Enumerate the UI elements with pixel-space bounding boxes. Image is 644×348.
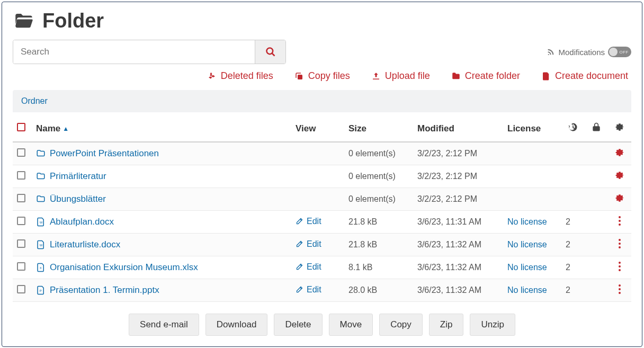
svg-point-14	[619, 269, 621, 271]
edit-link[interactable]: Edit	[296, 285, 321, 295]
license-link[interactable]: No license	[507, 263, 547, 272]
edit-link[interactable]: Edit	[296, 262, 321, 272]
footer-actions: Send e-mail Download Delete Move Copy Zi…	[13, 314, 631, 336]
file-name-link[interactable]: Primärliteratur	[50, 171, 106, 182]
svg-point-5	[619, 220, 621, 222]
svg-point-9	[619, 243, 621, 245]
page-header: Folder	[13, 10, 631, 32]
row-more-button[interactable]	[618, 219, 621, 228]
license-link[interactable]: No license	[507, 240, 547, 249]
recycle-icon	[207, 72, 217, 81]
file-icon: W	[36, 240, 46, 249]
copy-icon	[294, 72, 304, 81]
table-row: PowerPoint Präsentationen0 element(s)3/2…	[13, 142, 631, 165]
create-document-button[interactable]: Create document	[541, 70, 628, 82]
folder-icon	[36, 194, 46, 204]
svg-point-18	[619, 292, 621, 294]
gear-icon	[614, 193, 625, 203]
send-email-button[interactable]: Send e-mail	[129, 314, 199, 336]
row-checkbox[interactable]	[17, 262, 25, 271]
folder-icon	[36, 172, 46, 181]
modified-cell: 3/2/23, 2:12 PM	[413, 142, 503, 165]
file-icon: P	[36, 285, 46, 295]
row-more-button[interactable]	[618, 287, 621, 296]
svg-point-13	[619, 265, 621, 267]
copy-button[interactable]: Copy	[379, 314, 423, 336]
create-folder-button[interactable]: Create folder	[451, 70, 520, 82]
folder-open-icon	[13, 10, 35, 32]
svg-line-1	[272, 53, 274, 56]
svg-text:X: X	[40, 266, 42, 270]
svg-text:W: W	[40, 244, 43, 247]
row-checkbox[interactable]	[17, 285, 25, 293]
row-more-button[interactable]	[618, 242, 621, 251]
history-cell	[561, 165, 585, 188]
svg-point-6	[619, 224, 621, 226]
file-name-link[interactable]: PowerPoint Präsentationen	[50, 148, 159, 159]
row-checkbox[interactable]	[17, 171, 25, 180]
size-cell: 0 element(s)	[344, 165, 413, 188]
row-settings-button[interactable]	[614, 150, 625, 159]
gear-icon	[614, 170, 625, 181]
row-checkbox[interactable]	[17, 239, 25, 248]
edit-link[interactable]: Edit	[296, 239, 321, 249]
row-settings-button[interactable]	[614, 173, 625, 182]
history-cell: 2	[561, 279, 585, 302]
more-dots-icon	[618, 261, 621, 272]
size-cell: 21.8 kB	[344, 234, 413, 256]
table-row: WAblaufplan.docxEdit21.8 kB3/6/23, 11:31…	[13, 211, 631, 234]
col-header-license[interactable]: License	[503, 112, 561, 142]
svg-point-4	[619, 216, 621, 218]
breadcrumb[interactable]: Ordner	[13, 90, 631, 112]
upload-file-button[interactable]: Upload file	[371, 70, 430, 82]
row-checkbox[interactable]	[17, 148, 25, 157]
search-input[interactable]	[13, 40, 255, 64]
history-cell	[561, 188, 585, 211]
rss-icon	[547, 48, 555, 56]
modifications-toggle[interactable]: OFF	[608, 47, 631, 57]
size-cell: 21.8 kB	[344, 211, 413, 234]
copy-files-button[interactable]: Copy files	[294, 70, 350, 82]
row-settings-button[interactable]	[614, 196, 625, 205]
svg-point-0	[266, 48, 273, 55]
history-cell	[561, 142, 585, 165]
file-name-link[interactable]: Literaturliste.docx	[50, 239, 120, 250]
file-name-link[interactable]: Ablaufplan.docx	[50, 217, 114, 227]
download-button[interactable]: Download	[205, 314, 268, 336]
col-header-size[interactable]: Size	[344, 112, 413, 142]
svg-rect-2	[298, 75, 302, 79]
table-row: Übungsblätter0 element(s)3/2/23, 2:12 PM	[13, 188, 631, 211]
document-icon	[541, 72, 551, 81]
lock-icon	[591, 122, 602, 132]
move-button[interactable]: Move	[329, 314, 373, 336]
modifications-toggle-group: Modifications OFF	[547, 47, 631, 57]
deleted-files-button[interactable]: Deleted files	[207, 70, 273, 82]
more-dots-icon	[618, 238, 621, 249]
size-cell: 0 element(s)	[344, 142, 413, 165]
file-name-link[interactable]: Präsentation 1. Termin.pptx	[50, 285, 159, 296]
edit-link[interactable]: Edit	[296, 217, 321, 226]
col-header-name[interactable]: Name▲	[32, 112, 291, 142]
file-name-link[interactable]: Organisation Exkursion Museum.xlsx	[50, 262, 198, 273]
gear-icon	[614, 147, 625, 158]
row-checkbox[interactable]	[17, 194, 25, 202]
delete-button[interactable]: Delete	[274, 314, 322, 336]
more-dots-icon	[618, 216, 621, 226]
modified-cell: 3/2/23, 2:12 PM	[413, 165, 503, 188]
file-icon: X	[36, 263, 46, 272]
row-more-button[interactable]	[618, 264, 621, 273]
license-link[interactable]: No license	[507, 285, 547, 295]
folder-icon	[451, 72, 461, 81]
col-header-view[interactable]: View	[291, 112, 344, 142]
select-all-checkbox[interactable]	[17, 123, 25, 131]
svg-point-12	[619, 262, 621, 264]
license-link[interactable]: No license	[507, 217, 547, 226]
unzip-button[interactable]: Unzip	[470, 314, 515, 336]
file-name-link[interactable]: Übungsblätter	[50, 194, 106, 204]
row-checkbox[interactable]	[17, 217, 25, 225]
search-button[interactable]	[255, 40, 285, 64]
size-cell: 0 element(s)	[344, 188, 413, 211]
col-header-modified[interactable]: Modified	[413, 112, 503, 142]
size-cell: 28.0 kB	[344, 279, 413, 302]
zip-button[interactable]: Zip	[429, 314, 464, 336]
